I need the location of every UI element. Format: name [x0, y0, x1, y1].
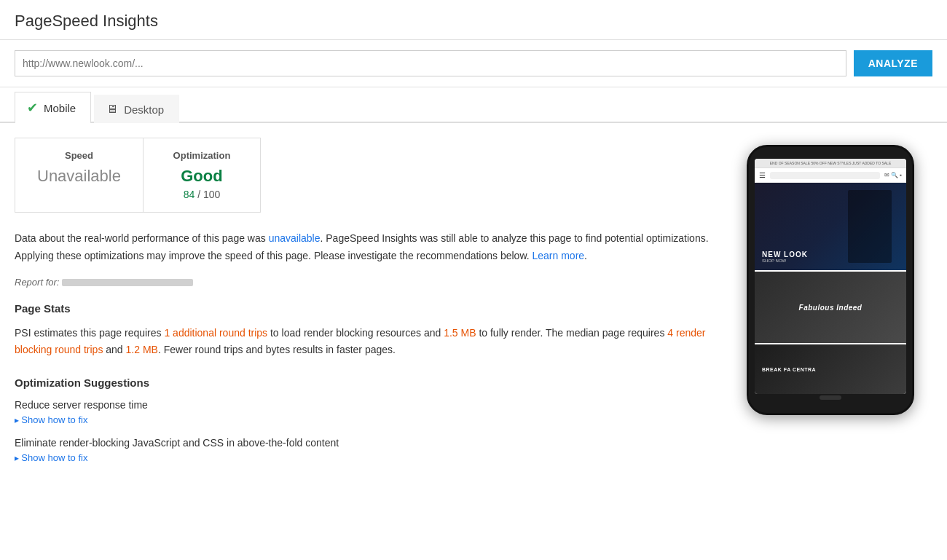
left-panel: Speed Unavailable Optimization Good 84 /…: [15, 138, 728, 475]
stats-highlight1: 1 additional round trips: [164, 327, 267, 339]
phone-section2-text: Fabulous Indeed: [799, 304, 862, 312]
page-stats-title: Page Stats: [15, 302, 714, 315]
phone-nav-icons: ✉ 🔍 ▪: [884, 172, 902, 178]
phone-mockup: END OF SEASON SALE 50% OFF NEW STYLES JU…: [747, 145, 914, 415]
phone-section3-text: BREAK FA CENTRA: [762, 367, 816, 372]
phone-nav: ☰ ✉ 🔍 ▪: [755, 168, 906, 183]
suggestion-1: Reduce server response time Show how to …: [15, 399, 714, 425]
desc-text3: .: [584, 250, 587, 261]
phone-url-bar: [770, 172, 880, 179]
phone-brand: NEW LOOK: [762, 251, 808, 259]
desktop-warning-icon: 🖥: [106, 103, 118, 116]
optimization-label: Optimization: [165, 150, 238, 161]
phone-section2: Fabulous Indeed: [755, 270, 906, 343]
optimization-title: Optimization Suggestions: [15, 376, 714, 389]
person-silhouette: [848, 190, 892, 263]
phone-home-button: [820, 395, 841, 400]
show-how-1-link[interactable]: Show how to fix: [15, 414, 87, 425]
tab-mobile[interactable]: ✔ Mobile: [15, 92, 91, 123]
app-title: PageSpeed Insights: [15, 12, 932, 31]
suggestion-2: Eliminate render-blocking JavaScript and…: [15, 437, 714, 463]
speed-label: Speed: [37, 150, 121, 161]
unavailable-link[interactable]: unavailable: [269, 232, 321, 244]
report-for: Report for:: [15, 277, 714, 288]
suggestion-1-title: Reduce server response time: [15, 399, 714, 411]
optimization-score: 84 / 100: [165, 189, 238, 200]
stats-highlight4: 1.2 MB: [126, 344, 158, 355]
score-cards: Speed Unavailable Optimization Good 84 /…: [15, 138, 261, 213]
url-input[interactable]: [15, 50, 846, 76]
phone-shop-now: SHOP NOW: [762, 259, 808, 263]
analyze-button[interactable]: ANALYZE: [854, 50, 932, 76]
phone-banner: END OF SEASON SALE 50% OFF NEW STYLES JU…: [755, 159, 906, 168]
suggestion-2-title: Eliminate render-blocking JavaScript and…: [15, 437, 714, 449]
phone-hero-section: NEW LOOK SHOP NOW: [755, 183, 906, 270]
stats-text5: . Fewer round trips and bytes results in…: [158, 344, 396, 355]
tab-desktop[interactable]: 🖥 Desktop: [94, 95, 179, 123]
phone-preview-panel: END OF SEASON SALE 50% OFF NEW STYLES JU…: [728, 138, 932, 475]
stats-highlight2: 1.5 MB: [444, 327, 476, 339]
optimization-value: Good: [165, 167, 238, 186]
stats-text1: PSI estimates this page requires: [15, 327, 164, 339]
stats-text4: and: [103, 344, 125, 355]
phone-bottom: [755, 394, 906, 401]
phone-screen: END OF SEASON SALE 50% OFF NEW STYLES JU…: [755, 159, 906, 394]
stats-text3: to fully render. The median page require…: [476, 327, 668, 339]
learn-more-link[interactable]: Learn more: [533, 250, 585, 261]
desc-text1: Data about the real-world performance of…: [15, 232, 269, 244]
speed-card: Speed Unavailable: [15, 138, 144, 212]
tab-desktop-label: Desktop: [124, 103, 164, 116]
optimization-card: Optimization Good 84 / 100: [144, 138, 260, 212]
show-how-2-link[interactable]: Show how to fix: [15, 452, 87, 463]
speed-value: Unavailable: [37, 167, 121, 186]
page-stats-text: PSI estimates this page requires 1 addit…: [15, 325, 714, 360]
phone-hero-text: NEW LOOK SHOP NOW: [762, 251, 808, 263]
description-paragraph: Data about the real-world performance of…: [15, 230, 714, 265]
phone-menu-icon: ☰: [759, 171, 766, 179]
tab-mobile-label: Mobile: [44, 102, 76, 114]
mobile-check-icon: ✔: [27, 100, 38, 116]
phone-section3: BREAK FA CENTRA: [755, 343, 906, 394]
stats-text2: to load render blocking resources and: [267, 327, 444, 339]
